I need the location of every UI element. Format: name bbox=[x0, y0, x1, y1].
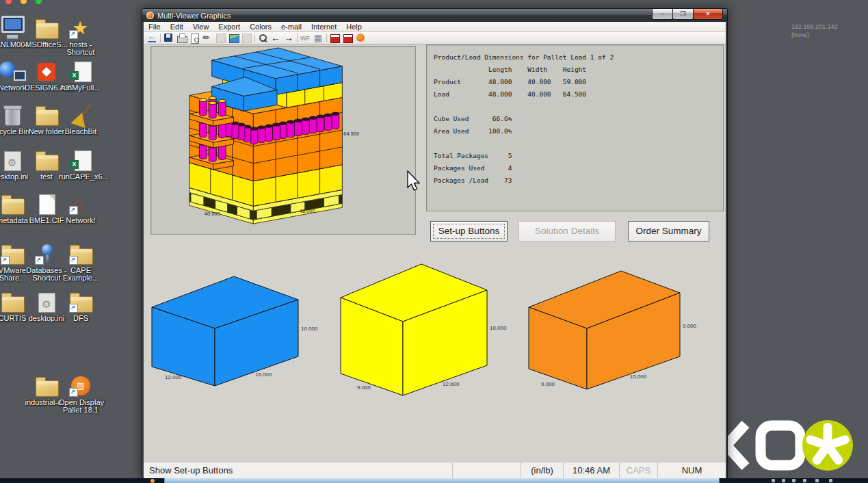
traffic-light-green-icon bbox=[36, 0, 42, 4]
info-line: Cube Used 66.6% bbox=[434, 113, 723, 125]
tray-icon[interactable] bbox=[815, 479, 819, 482]
desktop: { "desktop": { "background": "#54575b", … bbox=[0, 0, 868, 483]
image-export-icon[interactable] bbox=[228, 33, 239, 43]
esko-logo bbox=[718, 419, 855, 472]
blue-dim-height: 10.000 bbox=[301, 326, 318, 332]
esko-star-icon bbox=[802, 420, 853, 471]
load-length-label: 48.000 bbox=[300, 208, 315, 214]
copy-icon-disabled[interactable] bbox=[215, 33, 226, 43]
solution-details-button[interactable]: Solution Details bbox=[518, 221, 616, 242]
toolbar bbox=[144, 32, 726, 44]
toolbar-separator[interactable] bbox=[254, 33, 256, 43]
menu-colors[interactable]: Colors bbox=[245, 22, 276, 31]
print-preview-icon[interactable] bbox=[189, 33, 200, 43]
desktop-icon-open-display-pallet[interactable]: Open Display Pallet 18.1 bbox=[59, 375, 103, 414]
toolbar-separator[interactable] bbox=[159, 33, 161, 43]
mouse-cursor bbox=[406, 170, 423, 192]
order-summary-button[interactable]: Order Summary bbox=[628, 221, 709, 242]
shortcut-arrow-icon bbox=[69, 256, 78, 265]
status-num-indicator: NUM bbox=[657, 462, 726, 478]
traffic-light-red-icon bbox=[5, 0, 12, 4]
menu-view[interactable]: View bbox=[188, 22, 214, 31]
shortcut-arrow-icon bbox=[1, 256, 10, 265]
menu-help[interactable]: Help bbox=[341, 22, 367, 31]
titlebar[interactable]: Multi-Viewer Graphics – ❐ × bbox=[142, 9, 727, 22]
menu-internet[interactable]: Internet bbox=[306, 22, 341, 31]
home-orange-icon[interactable] bbox=[355, 33, 367, 43]
desktop-icon-label: runMyFull... bbox=[59, 84, 103, 92]
yellow-dim-right: 12.000 bbox=[443, 381, 460, 387]
desktop-icon-runcape[interactable]: runCAPE_x6... bbox=[59, 149, 103, 181]
traffic-light-yellow-icon bbox=[21, 0, 27, 4]
status-bar: Show Set-up Buttons (in/lb) 10:46 AM CAP… bbox=[144, 462, 726, 478]
shortcut-arrow-icon bbox=[35, 256, 44, 265]
load-height-label: 64.500 bbox=[343, 131, 359, 137]
product-box-yellow: 9.000 12.000 10.000 bbox=[334, 262, 512, 406]
tray-icon[interactable] bbox=[829, 479, 832, 482]
desktop-icon-glyph bbox=[59, 60, 103, 82]
shortcut-arrow-icon bbox=[69, 304, 78, 313]
desktop-icon-network-home[interactable]: Network! bbox=[59, 193, 103, 224]
snapshot-icon-disabled[interactable] bbox=[241, 33, 252, 43]
desktop-icon-glyph bbox=[59, 243, 103, 265]
desktop-icon-dfs[interactable]: DFS bbox=[59, 291, 103, 322]
desktop-icon-runmyfull[interactable]: runMyFull... bbox=[59, 60, 103, 92]
tray-icon[interactable] bbox=[803, 479, 806, 482]
shortcut-arrow-icon bbox=[69, 388, 78, 397]
taskbar bbox=[0, 478, 868, 483]
toolbar-separator[interactable] bbox=[296, 33, 298, 43]
menu-email[interactable]: e-mail bbox=[276, 22, 306, 31]
save-icon[interactable] bbox=[163, 33, 174, 43]
tray-icon[interactable] bbox=[792, 479, 795, 482]
info-line: Product/Load Dimensions for Pallet Load … bbox=[434, 51, 723, 64]
orange-dim-left: 9.000 bbox=[541, 381, 555, 387]
window-title: Multi-Viewer Graphics bbox=[157, 12, 231, 20]
app-icon bbox=[146, 12, 154, 19]
status-empty-cell bbox=[452, 462, 521, 478]
tray-icon[interactable] bbox=[782, 479, 785, 482]
package-red2-icon[interactable] bbox=[342, 33, 354, 43]
yellow-dim-height: 10.000 bbox=[490, 325, 507, 331]
fill-pattern-icon[interactable] bbox=[313, 33, 324, 43]
info-line bbox=[434, 138, 723, 150]
desktop-icon-cape-examples[interactable]: CAPE Example... bbox=[59, 243, 103, 282]
wireframe-icon-disabled[interactable] bbox=[300, 33, 311, 43]
desktop-icon-glyph bbox=[59, 375, 103, 397]
zoom-icon[interactable] bbox=[257, 33, 269, 43]
package-red-icon[interactable] bbox=[329, 33, 341, 43]
taskbar-app-icon[interactable] bbox=[150, 479, 155, 483]
menu-file[interactable]: File bbox=[144, 22, 166, 31]
annotate-icon[interactable] bbox=[202, 33, 213, 43]
status-caps-indicator: CAPS bbox=[619, 462, 657, 478]
info-line: Packages Used 4 bbox=[434, 162, 723, 174]
shortcut-arrow-icon bbox=[69, 206, 78, 215]
desktop-icon-label: Network! bbox=[59, 217, 103, 224]
close-button[interactable]: × bbox=[693, 9, 723, 20]
pallet-load-drawing: 64.500 40.000 48.000 bbox=[151, 47, 414, 233]
desktop-icon-hosts[interactable]: hosts - Shortcut bbox=[59, 17, 103, 56]
focus-ring bbox=[433, 224, 505, 239]
desktop-icon-glyph bbox=[59, 104, 103, 126]
toolbar-separator[interactable] bbox=[326, 33, 328, 43]
info-line: Length Width Height bbox=[434, 64, 723, 76]
status-message: Show Set-up Buttons bbox=[144, 465, 452, 475]
desktop-icon-glyph bbox=[59, 17, 103, 39]
desktop-icon-bleachbit[interactable]: BleachBit bbox=[59, 104, 103, 135]
menu-edit[interactable]: Edit bbox=[166, 22, 188, 31]
setup-buttons-button[interactable]: Set-up Buttons bbox=[430, 221, 508, 242]
desktop-icon-label2: Pallet 18.1 bbox=[59, 406, 103, 414]
info-line: Area Used 100.0% bbox=[434, 125, 723, 138]
multi-viewer-graphics-window: Multi-Viewer Graphics – ❐ × FileEditView… bbox=[142, 8, 728, 480]
minimize-button[interactable]: – bbox=[652, 9, 673, 20]
tray-icon[interactable] bbox=[772, 479, 775, 482]
previous-view-icon[interactable] bbox=[270, 33, 282, 43]
taskbar-active-button[interactable] bbox=[164, 478, 720, 483]
menu-export[interactable]: Export bbox=[213, 22, 245, 31]
next-view-icon[interactable] bbox=[283, 33, 295, 43]
back-icon[interactable] bbox=[146, 33, 158, 43]
desktop-icon-label: DFS bbox=[59, 315, 103, 322]
maximize-button[interactable]: ❐ bbox=[672, 9, 694, 20]
print-icon[interactable] bbox=[176, 33, 187, 43]
blue-dim-right: 16.000 bbox=[255, 371, 272, 378]
product-box-orange: 9.000 15.000 9.000 bbox=[522, 267, 700, 401]
